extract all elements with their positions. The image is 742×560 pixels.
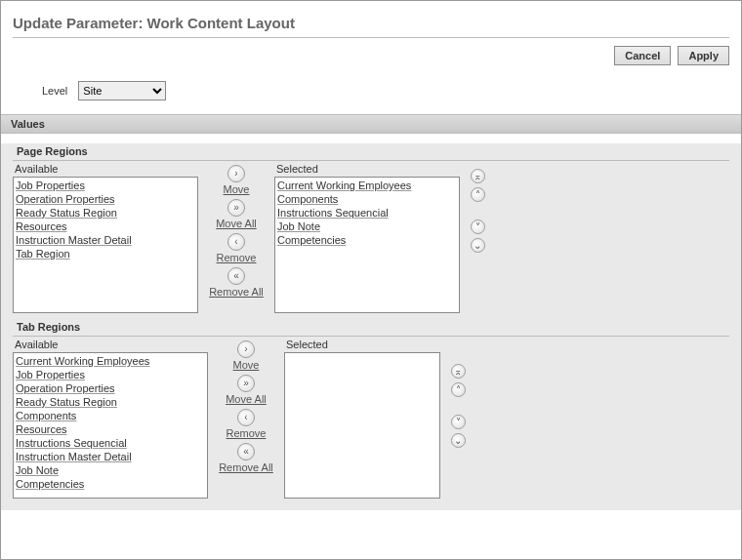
selected-label: Selected [274,163,460,177]
remove-all-left-icon[interactable]: « [227,267,245,285]
move-right-icon-2[interactable]: › [237,340,255,358]
move-down-icon-2[interactable]: ˅ [451,415,466,429]
page-regions-available-list[interactable]: Job PropertiesOperation PropertiesReady … [13,177,198,313]
values-section-header: Values [1,114,741,134]
list-item[interactable]: Ready Status Region [16,206,195,220]
list-item[interactable]: Operation Properties [16,381,205,395]
move-up-icon[interactable]: ˄ [471,187,485,202]
available-label: Available [13,163,198,177]
selected-label-2: Selected [284,339,440,352]
tab-regions-selected-list[interactable] [284,352,440,499]
page-title: Update Parameter: Work Content Layout [13,11,729,38]
page-regions-shuttle: Available Job PropertiesOperation Proper… [13,163,729,313]
list-item[interactable]: Components [16,409,205,422]
remove-all-link[interactable]: Remove All [209,286,264,298]
list-item[interactable]: Competencies [16,477,205,491]
available-label-2: Available [13,339,208,352]
list-item[interactable]: Instructions Sequencial [277,206,457,220]
list-item[interactable]: Current Working Employees [277,179,457,192]
list-item[interactable]: Instruction Master Detail [16,450,205,463]
move-bottom-icon-2[interactable]: ⌄ [451,433,466,448]
move-right-icon[interactable]: › [227,165,245,182]
list-item[interactable]: Job Note [277,220,457,233]
list-item[interactable]: Ready Status Region [16,395,205,409]
remove-all-link-2[interactable]: Remove All [219,461,273,473]
list-item[interactable]: Components [277,192,457,206]
list-item[interactable]: Instruction Master Detail [16,233,195,247]
move-top-icon[interactable]: ⌅ [471,169,485,183]
tab-regions-shuttle: Available Current Working EmployeesJob P… [13,339,729,499]
cancel-button[interactable]: Cancel [614,46,671,65]
move-bottom-icon[interactable]: ⌄ [471,238,485,253]
remove-left-icon-2[interactable]: ‹ [237,409,255,426]
level-select[interactable]: Site [78,81,166,100]
move-link[interactable]: Move [224,183,250,195]
remove-link[interactable]: Remove [217,252,257,263]
list-item[interactable]: Competencies [277,233,457,247]
list-item[interactable]: Instructions Sequencial [16,436,205,450]
page-regions-header: Page Regions [13,143,729,161]
move-all-right-icon-2[interactable]: » [237,375,255,392]
apply-button[interactable]: Apply [678,46,729,65]
move-all-link[interactable]: Move All [216,218,257,229]
list-item[interactable]: Job Properties [16,368,205,381]
tab-regions-available-list[interactable]: Current Working EmployeesJob PropertiesO… [13,352,208,499]
action-toolbar: Cancel Apply [13,38,729,77]
list-item[interactable]: Resources [16,422,205,436]
move-down-icon[interactable]: ˅ [471,220,485,234]
tab-regions-header: Tab Regions [13,319,729,337]
move-link-2[interactable]: Move [233,359,260,371]
remove-left-icon[interactable]: ‹ [227,233,245,251]
level-label: Level [42,85,67,97]
list-item[interactable]: Resources [16,220,195,233]
move-all-right-icon[interactable]: » [227,199,245,217]
list-item[interactable]: Job Note [16,463,205,477]
remove-link-2[interactable]: Remove [227,427,267,439]
move-up-icon-2[interactable]: ˄ [451,382,466,397]
move-all-link-2[interactable]: Move All [226,393,267,405]
move-top-icon-2[interactable]: ⌅ [451,364,466,379]
list-item[interactable]: Operation Properties [16,192,195,206]
list-item[interactable]: Tab Region [16,247,195,260]
remove-all-left-icon-2[interactable]: « [237,443,255,460]
list-item[interactable]: Job Properties [16,179,195,192]
page-regions-selected-list[interactable]: Current Working EmployeesComponentsInstr… [274,177,460,313]
list-item[interactable]: Current Working Employees [16,354,205,368]
